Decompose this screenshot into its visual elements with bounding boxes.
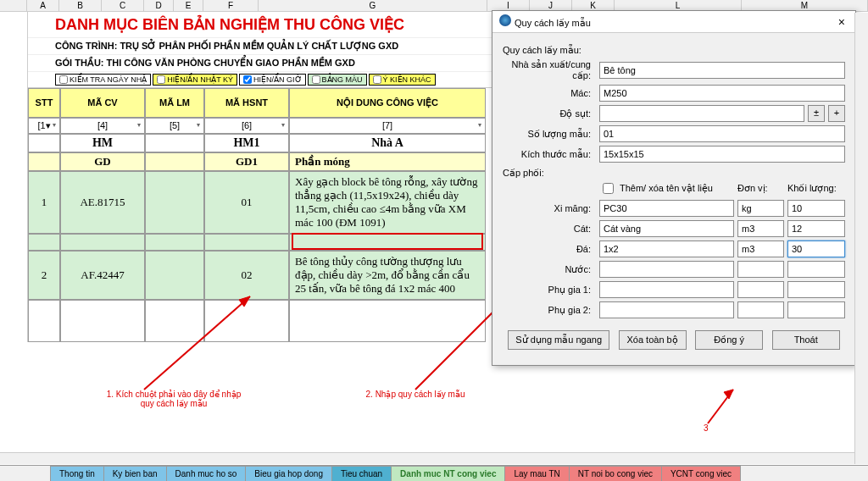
input-ximang-unit[interactable] — [737, 200, 784, 217]
cell-mahsnt[interactable]: 01 — [204, 171, 289, 234]
hdr-macv: MÃ CV — [60, 88, 145, 118]
cell-noidung[interactable]: Xây gạch block bê tông rỗng, xây tường t… — [289, 171, 486, 234]
scrollbar-horizontal[interactable] — [0, 452, 854, 464]
svg-marker-5 — [724, 390, 733, 399]
arrow-3 — [695, 381, 746, 428]
svg-line-0 — [144, 296, 250, 390]
arrow-1 — [127, 288, 263, 398]
hdr-stt: STT — [28, 88, 60, 118]
input-ximang[interactable] — [599, 200, 734, 217]
close-icon[interactable]: × — [835, 15, 849, 29]
input-da[interactable] — [599, 240, 734, 257]
cell-macv[interactable]: AE.81715 — [60, 171, 145, 234]
hdr-malm: MÃ LM — [145, 88, 204, 118]
pm-button[interactable]: ± — [808, 105, 825, 122]
input-cat-unit[interactable] — [737, 220, 784, 237]
input-phugia2[interactable] — [599, 301, 734, 318]
chk-gio[interactable]: HIỆN/ẨN GIỜ — [239, 74, 306, 86]
filter-1[interactable]: [1▾ — [28, 118, 60, 134]
input-cat-qty[interactable] — [787, 220, 845, 237]
tab-bieugia[interactable]: Bieu gia hop dong — [245, 466, 332, 481]
filter-4[interactable]: [6] — [204, 118, 289, 134]
filter-3[interactable]: [5] — [145, 118, 204, 134]
input-dosut[interactable] — [599, 105, 804, 122]
hdr-noidung: NỘI DUNG CÔNG VIỆC — [289, 88, 486, 118]
tab-thongtin[interactable]: Thong tin — [50, 466, 104, 481]
dialog-quycach: Quy cách lấy mẫu × Quy cách lấy mẫu: Nhà… — [492, 10, 856, 366]
input-mac[interactable] — [599, 85, 845, 102]
scrollbar-vertical[interactable] — [854, 13, 868, 464]
tab-danhmuchoso[interactable]: Danh muc ho so — [166, 466, 247, 481]
app-icon — [499, 14, 511, 26]
btn-dongy[interactable]: Đồng ý — [695, 330, 763, 350]
input-phugia1[interactable] — [599, 281, 734, 298]
tab-laymau[interactable]: Lay mau TN — [504, 466, 569, 481]
input-nsx[interactable] — [599, 62, 845, 79]
input-ximang-qty[interactable] — [787, 200, 845, 217]
plus-button[interactable]: + — [828, 105, 845, 122]
hdr-mahsnt: MÃ HSNT — [204, 88, 289, 118]
cell-stt[interactable]: 1 — [28, 171, 60, 234]
tab-tieuchuan[interactable]: Tieu chuan — [331, 466, 392, 481]
filter-5[interactable]: [7] — [289, 118, 486, 134]
tab-kybienban[interactable]: Ky bien ban — [103, 466, 167, 481]
btn-thoat[interactable]: Thoát — [772, 330, 840, 350]
input-da-qty[interactable] — [787, 240, 845, 257]
chk-themxoa[interactable] — [603, 183, 614, 194]
chk-kiemtra[interactable]: KIỂM TRA NGÀY NHẬ — [55, 74, 151, 86]
input-nuoc[interactable] — [599, 261, 734, 278]
input-kichthuoc[interactable] — [599, 146, 845, 163]
input-cat[interactable] — [599, 220, 734, 237]
input-da-unit[interactable] — [737, 240, 784, 257]
filter-2[interactable]: [4] — [60, 118, 145, 134]
tab-ntnoibo[interactable]: NT noi bo cong viec — [569, 466, 662, 481]
tab-ycnt[interactable]: YCNT cong viec — [661, 466, 741, 481]
dialog-titlebar[interactable]: Quy cách lấy mẫu × — [492, 11, 855, 33]
chk-nhatky[interactable]: HIỆN/ẨN NHẬT KÝ — [153, 74, 237, 86]
sheet-tabs: Thong tin Ky bien ban Danh muc ho so Bie… — [0, 465, 868, 481]
chk-ykien[interactable]: Ý KIẾN KHÁC — [369, 74, 436, 86]
cell-stt[interactable]: 2 — [28, 251, 60, 300]
chk-bangmau[interactable]: BẢNG MÀU — [308, 74, 367, 86]
btn-mau-ngang[interactable]: Sử dụng mẫu ngang — [508, 330, 609, 350]
input-soluong[interactable] — [599, 125, 845, 142]
highlight-box-1 — [292, 233, 483, 250]
btn-xoa[interactable]: Xóa toàn bộ — [619, 330, 687, 350]
tab-danhmucnt[interactable]: Danh muc NT cong viec — [391, 466, 505, 481]
